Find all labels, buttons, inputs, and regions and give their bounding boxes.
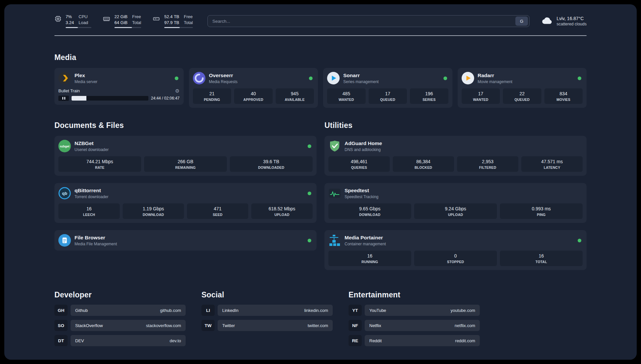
app-name: NZBGet	[75, 140, 108, 146]
app-subtitle: DNS and adblocking	[345, 147, 382, 152]
stat-box: 22 QUEUED	[503, 88, 541, 104]
cpu-label-bottom: Load	[78, 20, 88, 25]
app-card-plex[interactable]: Plex Media server Bullet Train ⚙ 24:44 /…	[54, 68, 184, 105]
disk-usage-bar	[164, 27, 193, 28]
stat-box: 16 RUNNING	[328, 251, 411, 266]
app-name: AdGuard Home	[345, 140, 382, 146]
section-title-media: Media	[54, 53, 587, 62]
bookmark-abbr: DT	[54, 335, 68, 346]
status-indicator	[308, 192, 311, 195]
bookmark-name: Twitter	[222, 323, 235, 328]
bookmark-name: Netflix	[369, 323, 381, 328]
stat-box: 0.993 ms PING	[500, 203, 583, 219]
cpu-usage-bar-fill	[66, 27, 78, 28]
bookmark-abbr: SO	[54, 320, 68, 331]
stat-box: 471 SEED	[187, 203, 248, 219]
app-card-speedtest[interactable]: Speedtest Speedtest Tracking 9.65 Gbps D…	[324, 183, 587, 223]
middle-columns: Documents & Files nzbget NZBGet U	[54, 121, 587, 270]
stat-box: 40 APPROVED	[234, 88, 273, 104]
bookmark-url: linkedin.com	[304, 308, 328, 313]
app-card-filebrowser[interactable]: File Browser Media File Management	[54, 230, 317, 251]
system-stats: 7% 3.24 CPU Load	[54, 14, 193, 28]
stat-box: 47.571 ms LATENCY	[521, 156, 583, 172]
app-subtitle: Media File Management	[75, 242, 117, 246]
bookmark-name: LinkedIn	[222, 308, 238, 313]
app-name: Radarr	[478, 73, 512, 78]
stat-box: 86,384 BLOCKED	[393, 156, 454, 172]
stat-box: 9.24 Gbps UPLOAD	[414, 203, 497, 219]
stat-box: 9.65 Gbps DOWNLOAD	[328, 203, 411, 219]
stat-box: 0 STOPPED	[414, 251, 497, 266]
bookmark-abbr: LI	[201, 305, 215, 316]
ram-total-value: 64 GiB	[114, 20, 128, 25]
app-card-overseerr[interactable]: Overseerr Media Requests 21 PENDING 40 A…	[189, 68, 318, 108]
bookmarks-area: Developer GH Github github.com SO StackO…	[54, 290, 480, 346]
seek-bar[interactable]	[72, 96, 148, 101]
stat-box: 1.19 Gbps DOWNLOAD	[123, 203, 184, 219]
stat-box: 834 MOVIES	[544, 88, 583, 104]
app-subtitle: Series management	[343, 79, 379, 84]
app-card-adguard[interactable]: AdGuard Home DNS and adblocking 498,461 …	[324, 136, 587, 176]
section-documents: Documents & Files nzbget NZBGet U	[54, 121, 317, 251]
media-grid: Plex Media server Bullet Train ⚙ 24:44 /…	[54, 68, 587, 108]
stat-box: 16 LEECH	[58, 203, 120, 219]
cpu-icon	[54, 15, 62, 22]
status-indicator	[308, 239, 311, 242]
svg-text:qb: qb	[62, 191, 67, 196]
stat-box: 498,461 QUERIES	[328, 156, 390, 172]
weather-condition: scattered clouds	[557, 22, 587, 26]
search-input[interactable]	[208, 15, 515, 27]
app-name: Plex	[75, 73, 97, 78]
stat-box: 21 PENDING	[193, 88, 231, 104]
status-indicator	[578, 76, 581, 80]
disk-label-bottom: Total	[184, 20, 193, 25]
adguard-icon	[328, 140, 341, 152]
app-card-qbittorrent[interactable]: qb qBittorrent Torrent downloader 16 LEE…	[54, 183, 317, 223]
search-engine-button[interactable]: G	[515, 16, 528, 26]
topbar-divider	[54, 35, 587, 36]
search-bar[interactable]: G	[207, 15, 530, 27]
app-subtitle: Torrent downloader	[75, 195, 108, 199]
cpu-percent: 7%	[66, 14, 74, 19]
app-card-nzbget[interactable]: nzbget NZBGet Usenet downloader 744.21 M…	[54, 136, 317, 176]
section-title-developer: Developer	[54, 290, 186, 299]
app-name: File Browser	[75, 235, 117, 241]
ram-label-top: Free	[132, 14, 141, 19]
bookmark-twitter[interactable]: TW Twitter twitter.com	[201, 320, 333, 331]
bookmark-stackoverflow[interactable]: SO StackOverflow stackoverflow.com	[54, 320, 186, 331]
cpu-widget: 7% 3.24 CPU Load	[54, 14, 91, 28]
stat-box: 485 WANTED	[327, 88, 366, 104]
bookmark-abbr: YT	[349, 305, 362, 316]
bookmark-dev[interactable]: DT DEV dev.to	[54, 335, 186, 346]
now-playing-title: Bullet Train	[58, 88, 80, 93]
status-indicator	[309, 76, 313, 80]
stat-box: 2,953 FILTERED	[457, 156, 518, 172]
app-card-radarr[interactable]: Radarr Movie management 17 WANTED 22 QUE…	[458, 68, 587, 108]
app-subtitle: Container management	[345, 242, 386, 246]
bookmark-youtube[interactable]: YT YouTube youtube.com	[349, 305, 480, 316]
bookmark-group-social: Social LI LinkedIn linkedin.com TW Twitt…	[201, 290, 333, 346]
bookmark-github[interactable]: GH Github github.com	[54, 305, 186, 316]
bookmark-url: reddit.com	[455, 338, 475, 343]
disk-free-value: 52.4 TB	[164, 14, 179, 19]
app-card-sonarr[interactable]: Sonarr Series management 485 WANTED 17 Q…	[323, 68, 452, 108]
stat-box: 266 GB REMAINING	[144, 156, 227, 172]
section-utilities: Utilities AdGuard Home DNS and a	[324, 121, 587, 270]
app-name: qBittorrent	[75, 188, 108, 194]
bookmark-reddit[interactable]: RE Reddit reddit.com	[349, 335, 480, 346]
bookmark-linkedin[interactable]: LI LinkedIn linkedin.com	[201, 305, 333, 316]
weather-widget: Lviv, 16.87°C scattered clouds	[542, 16, 587, 26]
app-card-portainer[interactable]: Media Portainer Container management 16 …	[324, 230, 587, 270]
pause-button[interactable]	[58, 96, 69, 101]
bookmark-url: dev.to	[170, 338, 181, 343]
weather-location: Lviv, 16.87°C	[557, 16, 587, 21]
bookmark-netflix[interactable]: NF Netflix netflix.com	[349, 320, 480, 331]
section-title-social: Social	[201, 290, 333, 299]
app-subtitle: Media Requests	[209, 79, 238, 84]
stat-box: 618.52 Mbps UPLOAD	[251, 203, 313, 219]
bookmark-url: github.com	[160, 308, 181, 313]
portainer-icon	[328, 234, 341, 247]
radarr-icon	[462, 72, 474, 84]
gear-icon[interactable]: ⚙	[175, 88, 179, 93]
bookmark-group-entertainment: Entertainment YT YouTube youtube.com NF …	[349, 290, 480, 346]
